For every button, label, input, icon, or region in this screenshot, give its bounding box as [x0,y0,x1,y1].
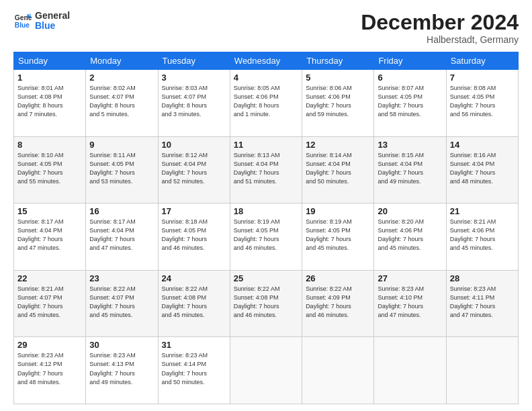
calendar-cell: 13Sunrise: 8:15 AM Sunset: 4:04 PM Dayli… [374,136,446,203]
calendar-header-tuesday: Tuesday [158,52,230,70]
day-info: Sunrise: 8:01 AM Sunset: 4:08 PM Dayligh… [17,84,82,119]
calendar-cell: 16Sunrise: 8:17 AM Sunset: 4:04 PM Dayli… [86,203,158,271]
day-number: 22 [17,273,82,283]
day-number: 25 [234,273,298,283]
day-info: Sunrise: 8:11 AM Sunset: 4:05 PM Dayligh… [89,151,154,186]
day-number: 18 [234,206,298,216]
day-info: Sunrise: 8:23 AM Sunset: 4:10 PM Dayligh… [378,285,442,320]
day-number: 17 [162,206,226,216]
day-number: 7 [450,73,515,83]
day-number: 28 [450,273,515,283]
day-number: 31 [162,340,226,350]
day-number: 16 [89,206,154,216]
calendar-cell: 12Sunrise: 8:14 AM Sunset: 4:04 PM Dayli… [302,136,374,203]
calendar-cell: 6Sunrise: 8:07 AM Sunset: 4:05 PM Daylig… [374,70,446,137]
title-block: December 2024 Halberstadt, Germany [361,11,519,45]
calendar-cell: 17Sunrise: 8:18 AM Sunset: 4:05 PM Dayli… [158,203,230,271]
calendar-cell: 8Sunrise: 8:10 AM Sunset: 4:05 PM Daylig… [14,136,86,203]
calendar-cell: 31Sunrise: 8:23 AM Sunset: 4:14 PM Dayli… [158,337,230,404]
day-number: 1 [17,73,82,83]
day-info: Sunrise: 8:03 AM Sunset: 4:07 PM Dayligh… [162,84,226,119]
calendar-week-5: 29Sunrise: 8:23 AM Sunset: 4:12 PM Dayli… [14,337,519,404]
calendar-table: SundayMondayTuesdayWednesdayThursdayFrid… [13,52,519,404]
day-number: 3 [162,73,226,83]
day-info: Sunrise: 8:22 AM Sunset: 4:08 PM Dayligh… [162,285,226,320]
day-number: 19 [306,206,370,216]
calendar-cell: 4Sunrise: 8:05 AM Sunset: 4:06 PM Daylig… [230,70,302,137]
calendar-week-1: 1Sunrise: 8:01 AM Sunset: 4:08 PM Daylig… [14,70,519,137]
day-number: 24 [162,273,226,283]
calendar-cell: 24Sunrise: 8:22 AM Sunset: 4:08 PM Dayli… [158,270,230,337]
calendar-header-friday: Friday [374,52,446,70]
day-info: Sunrise: 8:19 AM Sunset: 4:05 PM Dayligh… [306,218,370,253]
day-number: 29 [17,340,82,350]
day-info: Sunrise: 8:12 AM Sunset: 4:04 PM Dayligh… [162,151,226,186]
calendar-cell: 22Sunrise: 8:21 AM Sunset: 4:07 PM Dayli… [14,270,86,337]
day-number: 21 [450,206,515,216]
calendar-cell: 27Sunrise: 8:23 AM Sunset: 4:10 PM Dayli… [374,270,446,337]
calendar-cell: 19Sunrise: 8:19 AM Sunset: 4:05 PM Dayli… [302,203,374,271]
day-info: Sunrise: 8:08 AM Sunset: 4:05 PM Dayligh… [450,84,515,119]
day-number: 23 [89,273,154,283]
day-info: Sunrise: 8:22 AM Sunset: 4:09 PM Dayligh… [306,285,370,320]
page: General Blue General Blue December 2024 … [0,0,532,411]
day-info: Sunrise: 8:23 AM Sunset: 4:14 PM Dayligh… [162,351,226,386]
calendar-cell: 3Sunrise: 8:03 AM Sunset: 4:07 PM Daylig… [158,70,230,137]
day-number: 27 [378,273,442,283]
day-info: Sunrise: 8:17 AM Sunset: 4:04 PM Dayligh… [89,218,154,253]
calendar-week-2: 8Sunrise: 8:10 AM Sunset: 4:05 PM Daylig… [14,136,519,203]
location: Halberstadt, Germany [361,34,519,45]
calendar-week-3: 15Sunrise: 8:17 AM Sunset: 4:04 PM Dayli… [14,203,519,271]
logo-blue: Blue [35,21,70,31]
day-info: Sunrise: 8:23 AM Sunset: 4:13 PM Dayligh… [89,351,154,386]
calendar-header-row: SundayMondayTuesdayWednesdayThursdayFrid… [14,52,519,70]
calendar-header-thursday: Thursday [302,52,374,70]
day-info: Sunrise: 8:17 AM Sunset: 4:04 PM Dayligh… [17,218,82,253]
calendar-cell: 5Sunrise: 8:06 AM Sunset: 4:06 PM Daylig… [302,70,374,137]
day-number: 14 [450,140,515,150]
calendar-cell: 9Sunrise: 8:11 AM Sunset: 4:05 PM Daylig… [86,136,158,203]
day-number: 10 [162,140,226,150]
calendar-cell: 7Sunrise: 8:08 AM Sunset: 4:05 PM Daylig… [446,70,518,137]
day-number: 30 [89,340,154,350]
calendar-cell: 26Sunrise: 8:22 AM Sunset: 4:09 PM Dayli… [302,270,374,337]
day-info: Sunrise: 8:23 AM Sunset: 4:12 PM Dayligh… [17,351,82,386]
day-number: 20 [378,206,442,216]
calendar-header-monday: Monday [86,52,158,70]
header: General Blue General Blue December 2024 … [13,11,519,45]
day-info: Sunrise: 8:10 AM Sunset: 4:05 PM Dayligh… [17,151,82,186]
calendar-cell: 25Sunrise: 8:22 AM Sunset: 4:08 PM Dayli… [230,270,302,337]
day-info: Sunrise: 8:23 AM Sunset: 4:11 PM Dayligh… [450,285,515,320]
day-info: Sunrise: 8:13 AM Sunset: 4:04 PM Dayligh… [234,151,298,186]
calendar-cell: 20Sunrise: 8:20 AM Sunset: 4:06 PM Dayli… [374,203,446,271]
day-number: 6 [378,73,442,83]
calendar-cell: 30Sunrise: 8:23 AM Sunset: 4:13 PM Dayli… [86,337,158,404]
day-number: 15 [17,206,82,216]
calendar-header-sunday: Sunday [14,52,86,70]
day-number: 4 [234,73,298,83]
calendar-cell [446,337,518,404]
calendar-cell [374,337,446,404]
day-info: Sunrise: 8:14 AM Sunset: 4:04 PM Dayligh… [306,151,370,186]
day-info: Sunrise: 8:21 AM Sunset: 4:06 PM Dayligh… [450,218,515,253]
logo-icon: General Blue [13,11,32,30]
day-number: 26 [306,273,370,283]
calendar-cell: 1Sunrise: 8:01 AM Sunset: 4:08 PM Daylig… [14,70,86,137]
logo-general: General [35,11,70,21]
calendar-week-4: 22Sunrise: 8:21 AM Sunset: 4:07 PM Dayli… [14,270,519,337]
calendar-cell: 29Sunrise: 8:23 AM Sunset: 4:12 PM Dayli… [14,337,86,404]
calendar-cell: 10Sunrise: 8:12 AM Sunset: 4:04 PM Dayli… [158,136,230,203]
day-info: Sunrise: 8:18 AM Sunset: 4:05 PM Dayligh… [162,218,226,253]
calendar-cell: 23Sunrise: 8:22 AM Sunset: 4:07 PM Dayli… [86,270,158,337]
logo: General Blue General Blue [13,11,70,32]
day-info: Sunrise: 8:07 AM Sunset: 4:05 PM Dayligh… [378,84,442,119]
day-info: Sunrise: 8:05 AM Sunset: 4:06 PM Dayligh… [234,84,298,119]
day-info: Sunrise: 8:19 AM Sunset: 4:05 PM Dayligh… [234,218,298,253]
calendar-cell: 21Sunrise: 8:21 AM Sunset: 4:06 PM Dayli… [446,203,518,271]
day-number: 11 [234,140,298,150]
day-info: Sunrise: 8:22 AM Sunset: 4:07 PM Dayligh… [89,285,154,320]
day-number: 9 [89,140,154,150]
calendar-header-saturday: Saturday [446,52,518,70]
calendar-cell: 14Sunrise: 8:16 AM Sunset: 4:04 PM Dayli… [446,136,518,203]
calendar-cell: 15Sunrise: 8:17 AM Sunset: 4:04 PM Dayli… [14,203,86,271]
